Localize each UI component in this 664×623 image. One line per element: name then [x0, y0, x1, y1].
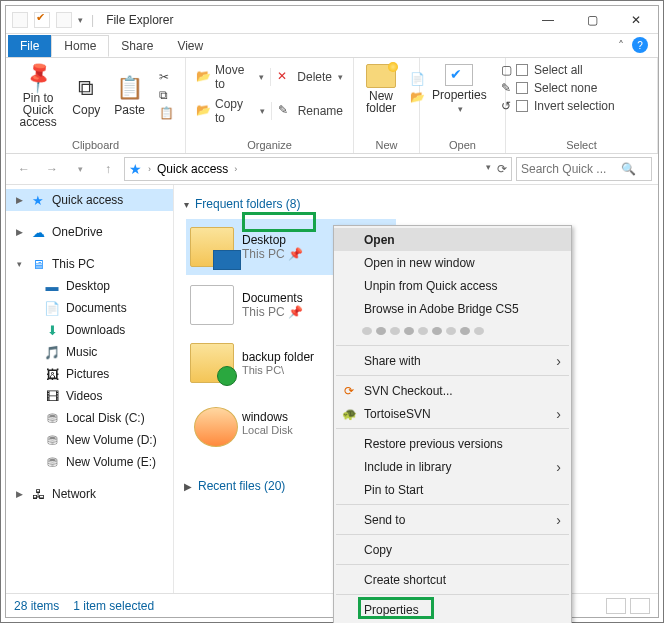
- videos-icon: 🎞: [44, 388, 60, 404]
- ctx-copy[interactable]: Copy: [334, 538, 571, 561]
- ctx-open-new-window[interactable]: Open in new window: [334, 251, 571, 274]
- sidebar-item-music[interactable]: 🎵Music: [6, 341, 173, 363]
- pictures-icon: 🖼: [44, 366, 60, 382]
- ctx-pin-start[interactable]: Pin to Start: [334, 478, 571, 501]
- window-minimize[interactable]: —: [526, 6, 570, 34]
- ctx-share-with[interactable]: Share with: [334, 349, 571, 372]
- nav-forward-button[interactable]: →: [40, 157, 64, 181]
- pin-to-quick-access-button[interactable]: 📌 Pin to Quick access: [12, 62, 64, 130]
- nav-recent-button[interactable]: ▾: [68, 157, 92, 181]
- sidebar-this-pc[interactable]: ▾ 🖥 This PC: [6, 253, 173, 275]
- search-input[interactable]: [521, 162, 617, 176]
- view-details-button[interactable]: [606, 598, 626, 614]
- copy-to-icon: 📂: [196, 103, 211, 119]
- invert-selection-button[interactable]: Invert selection: [512, 98, 651, 114]
- move-to-button[interactable]: 📂Move to▾: [192, 62, 268, 92]
- help-icon[interactable]: ?: [632, 37, 648, 53]
- svn-checkout-icon: ⟳: [341, 383, 357, 399]
- nav-sidebar: ▶ ★ Quick access ▶ ☁ OneDrive ▾ 🖥 This P…: [6, 185, 174, 593]
- drive-icon: ⛃: [44, 432, 60, 448]
- desktop-icon: ▬: [44, 278, 60, 294]
- ribbon-collapse-icon[interactable]: ˄: [618, 39, 624, 53]
- sidebar-item-documents[interactable]: 📄Documents: [6, 297, 173, 319]
- copy-path-button[interactable]: ⧉: [155, 87, 179, 105]
- tab-share[interactable]: Share: [109, 35, 165, 57]
- qat-overflow[interactable]: ▾: [78, 15, 83, 25]
- group-new-label: New: [360, 139, 413, 151]
- sidebar-item-volume-e[interactable]: ⛃New Volume (E:): [6, 451, 173, 473]
- window-close[interactable]: ✕: [614, 6, 658, 34]
- sidebar-item-pictures[interactable]: 🖼Pictures: [6, 363, 173, 385]
- ctx-unpin[interactable]: Unpin from Quick access: [334, 274, 571, 297]
- qat-icon-2[interactable]: ✔: [34, 12, 50, 28]
- rename-icon: ✎: [278, 103, 294, 119]
- downloads-icon: ⬇: [44, 322, 60, 338]
- new-folder-button[interactable]: New folder: [360, 62, 402, 116]
- group-clipboard-label: Clipboard: [12, 139, 179, 151]
- sidebar-onedrive[interactable]: ▶ ☁ OneDrive: [6, 221, 173, 243]
- ctx-tortoisesvn[interactable]: 🐢TortoiseSVN: [334, 402, 571, 425]
- status-selected-count: 1 item selected: [73, 599, 154, 613]
- sidebar-item-desktop[interactable]: ▬Desktop: [6, 275, 173, 297]
- expand-icon[interactable]: ▶: [184, 481, 192, 492]
- ctx-send-to[interactable]: Send to: [334, 508, 571, 531]
- folder-icon: [194, 407, 238, 447]
- tab-file[interactable]: File: [8, 35, 51, 57]
- breadcrumb-root[interactable]: Quick access: [157, 162, 228, 176]
- tortoisesvn-icon: 🐢: [341, 406, 357, 422]
- ctx-include-library[interactable]: Include in library: [334, 455, 571, 478]
- rename-button[interactable]: ✎Rename: [274, 102, 347, 120]
- address-bar[interactable]: ★ › Quick access › ▾ ⟳: [124, 157, 512, 181]
- sidebar-item-local-c[interactable]: ⛃Local Disk (C:): [6, 407, 173, 429]
- select-all-icon: [516, 64, 528, 76]
- music-icon: 🎵: [44, 344, 60, 360]
- select-none-button[interactable]: Select none: [512, 80, 651, 96]
- search-icon: 🔍: [621, 162, 636, 176]
- ctx-svn-checkout[interactable]: ⟳SVN Checkout...: [334, 379, 571, 402]
- ctx-adobe-bridge[interactable]: Browse in Adobe Bridge CS5: [334, 297, 571, 320]
- sidebar-item-videos[interactable]: 🎞Videos: [6, 385, 173, 407]
- collapse-icon[interactable]: ▾: [14, 259, 24, 269]
- ctx-open[interactable]: Open: [334, 228, 571, 251]
- properties-button[interactable]: Properties ▾: [426, 62, 493, 116]
- move-to-icon: 📂: [196, 69, 211, 85]
- sidebar-item-volume-d[interactable]: ⛃New Volume (D:): [6, 429, 173, 451]
- window-title: File Explorer: [106, 13, 173, 27]
- ctx-properties[interactable]: Properties: [334, 598, 571, 621]
- breadcrumb-sep[interactable]: ›: [148, 164, 151, 174]
- properties-icon: [445, 64, 473, 86]
- sidebar-quick-access[interactable]: ▶ ★ Quick access: [6, 189, 173, 211]
- copy-to-button[interactable]: 📂Copy to▾: [192, 96, 269, 126]
- ctx-restore-versions[interactable]: Restore previous versions: [334, 432, 571, 455]
- nav-up-button[interactable]: ↑: [96, 157, 120, 181]
- section-frequent-folders[interactable]: ▾ Frequent folders (8): [184, 197, 650, 211]
- sidebar-item-downloads[interactable]: ⬇Downloads: [6, 319, 173, 341]
- qat-icon-3[interactable]: [56, 12, 72, 28]
- copy-path-icon: ⧉: [159, 88, 175, 104]
- tab-home[interactable]: Home: [51, 35, 109, 57]
- folder-icon: [190, 285, 234, 325]
- sidebar-network[interactable]: ▶ 🖧 Network: [6, 483, 173, 505]
- cut-button[interactable]: ✂: [155, 69, 179, 87]
- tab-view[interactable]: View: [165, 35, 215, 57]
- paste-shortcut-button[interactable]: 📋: [155, 105, 179, 123]
- refresh-button[interactable]: ⟳: [497, 162, 507, 176]
- expand-icon[interactable]: ▶: [14, 195, 24, 205]
- cut-icon: ✂: [159, 70, 175, 86]
- breadcrumb-sep2[interactable]: ›: [234, 164, 237, 174]
- copy-button[interactable]: ⧉ Copy: [66, 73, 106, 119]
- address-dropdown[interactable]: ▾: [486, 162, 491, 176]
- expand-icon[interactable]: ▶: [14, 489, 24, 499]
- ctx-create-shortcut[interactable]: Create shortcut: [334, 568, 571, 591]
- qat-icon-1[interactable]: [12, 12, 28, 28]
- collapse-icon[interactable]: ▾: [184, 199, 189, 210]
- ribbon: 📌 Pin to Quick access ⧉ Copy 📋 Paste ✂ ⧉…: [6, 58, 658, 154]
- paste-button[interactable]: 📋 Paste: [108, 73, 151, 119]
- view-large-icons-button[interactable]: [630, 598, 650, 614]
- nav-back-button[interactable]: ←: [12, 157, 36, 181]
- search-box[interactable]: 🔍: [516, 157, 652, 181]
- window-maximize[interactable]: ▢: [570, 6, 614, 34]
- expand-icon[interactable]: ▶: [14, 227, 24, 237]
- select-all-button[interactable]: Select all: [512, 62, 651, 78]
- delete-button[interactable]: ✕Delete▾: [273, 68, 347, 86]
